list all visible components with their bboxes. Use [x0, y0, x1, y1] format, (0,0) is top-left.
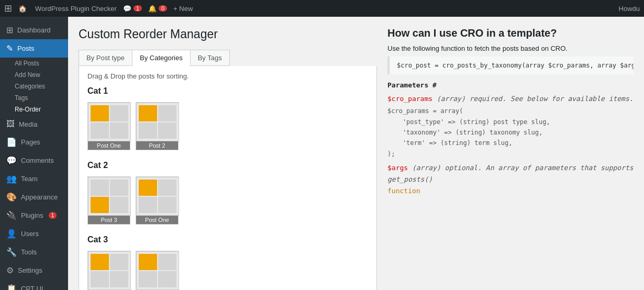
post-card[interactable]: Post 2: [136, 251, 179, 290]
param-args-desc: (array) optional. An array of parameters…: [387, 164, 634, 183]
drag-hint: Drag & Drop the posts for sorting.: [87, 72, 368, 80]
post-card[interactable]: Post 2: [136, 102, 179, 150]
code-block: $cro_post = cro_posts_by_taxonomy(array …: [387, 57, 634, 74]
media-icon: 🖼: [6, 119, 15, 129]
updates-link[interactable]: 🔔 0: [148, 5, 167, 13]
comments-icon: 💬: [6, 155, 17, 165]
appearance-icon: 🎨: [6, 192, 17, 202]
thumb-cell: [139, 197, 157, 213]
thumb-cell: [91, 254, 109, 270]
post-thumb: [88, 251, 131, 290]
post-thumb: [88, 103, 131, 141]
post-card[interactable]: Post 3: [87, 176, 130, 225]
thumb-cell: [91, 271, 109, 287]
settings-icon: ⚙: [6, 265, 14, 275]
thumb-cell: [139, 180, 157, 196]
sidebar-item-plugins[interactable]: 🔌 Plugins 1: [0, 206, 68, 225]
help-description: Use the following function to fetch the …: [387, 44, 634, 52]
params-title-label: Parameters #: [387, 81, 437, 89]
thumb-cell: [91, 105, 109, 121]
tab-by-tags[interactable]: By Tags: [190, 50, 230, 66]
page-layout: ⊞ Dashboard ✎ Posts All Posts Add New Ca…: [0, 17, 644, 290]
cat2-posts-row: Post 3 Post One: [87, 176, 368, 225]
comments-link[interactable]: 💬 1: [123, 5, 142, 13]
thumb-cell: [91, 180, 109, 196]
sidebar-sub-all-posts[interactable]: All Posts: [0, 58, 68, 69]
thumb-cell: [139, 271, 157, 287]
pages-icon: 📄: [6, 137, 17, 147]
cat1-posts-row: Post One Post 2: [87, 102, 368, 150]
sidebar-sub-add-new[interactable]: Add New: [0, 69, 68, 81]
post-card[interactable]: Post One: [136, 176, 179, 225]
dashboard-icon: ⊞: [6, 25, 13, 35]
content-box: Drag & Drop the posts for sorting. Cat 1: [79, 66, 377, 290]
sidebar-item-posts[interactable]: ✎ Posts: [0, 39, 68, 58]
cat3-posts-row: Post 3 Post 2: [87, 251, 368, 290]
sidebar-item-pages[interactable]: 📄 Pages: [0, 133, 68, 151]
post-thumb: [136, 103, 179, 141]
sidebar-item-media[interactable]: 🖼 Media: [0, 115, 68, 133]
sidebar-item-cpt-ui[interactable]: 📋 CPT UI: [0, 280, 68, 290]
param-code-block: $cro_params = array( 'post_type' => (str…: [387, 106, 634, 159]
thumb-cell: [91, 197, 109, 213]
sidebar-item-tools[interactable]: 🔧 Tools: [0, 243, 68, 261]
post-label: Post 2: [136, 141, 178, 150]
tab-by-categories[interactable]: By Categories: [132, 50, 190, 66]
thumb-cell: [139, 254, 157, 270]
user-greeting: Howdu: [619, 5, 640, 13]
post-thumb-wrapper: Post One: [87, 102, 130, 150]
sidebar-item-dashboard[interactable]: ⊞ Dashboard: [0, 21, 68, 39]
param-cro-params-desc: (array) required. See below for availabl…: [437, 95, 634, 103]
category-section-cat1: Cat 1 Post One: [87, 86, 368, 150]
cat1-title: Cat 1: [87, 86, 368, 96]
thumb-cell: [139, 122, 157, 139]
param-cro-params-name: $cro_params: [387, 95, 432, 103]
param-function-label: function: [387, 185, 634, 197]
sidebar-sub-categories[interactable]: Categories: [0, 81, 68, 92]
sidebar-sub-tags[interactable]: Tags: [0, 92, 68, 104]
thumb-cell: [158, 197, 176, 213]
sidebar-sub-reorder[interactable]: Re-Order: [0, 104, 68, 115]
sidebar-item-settings[interactable]: ⚙ Settings: [0, 261, 68, 280]
cat2-title: Cat 2: [87, 161, 368, 170]
team-icon: 👥: [6, 174, 17, 184]
category-section-cat2: Cat 2 Post 3: [87, 161, 368, 225]
post-thumb: [136, 177, 179, 216]
post-card[interactable]: Post One: [87, 102, 130, 150]
post-thumb-wrapper: Post 2: [136, 102, 179, 150]
post-label: Post One: [88, 141, 130, 150]
tools-icon: 🔧: [6, 247, 17, 257]
post-label: Post One: [136, 216, 178, 224]
param-section: Parameters # $cro_params (array) require…: [387, 80, 634, 197]
cat3-title: Cat 3: [87, 235, 368, 244]
post-label: Post 3: [88, 216, 130, 224]
thumb-cell: [110, 180, 128, 196]
site-name[interactable]: WordPress Plugin Checker: [35, 5, 117, 13]
post-thumb: [88, 177, 131, 216]
sidebar-item-comments[interactable]: 💬 Comments: [0, 151, 68, 170]
thumb-cell: [110, 271, 128, 287]
main-content: Custom Reorder Manager By Post type By C…: [68, 17, 644, 290]
plugins-badge: 1: [49, 212, 57, 219]
post-card[interactable]: Post 3: [87, 251, 130, 290]
sidebar-item-appearance[interactable]: 🎨 Appearance: [0, 188, 68, 206]
home-icon[interactable]: 🏠: [18, 5, 27, 13]
tab-by-post-type[interactable]: By Post type: [79, 50, 132, 66]
post-thumb: [136, 251, 179, 290]
sidebar-item-team[interactable]: 👥 Team: [0, 170, 68, 188]
thumb-cell: [110, 105, 128, 121]
sidebar-item-users[interactable]: 👤 Users: [0, 225, 68, 243]
right-panel: How can I use CRO in a template? Use the…: [387, 27, 634, 290]
wp-logo-icon[interactable]: ⊞: [4, 3, 12, 14]
post-thumb-wrapper: Post One: [136, 176, 179, 225]
category-section-cat3: Cat 3 Post 3: [87, 235, 368, 290]
thumb-cell: [158, 254, 176, 270]
thumb-cell: [110, 197, 128, 213]
thumb-cell: [110, 122, 128, 139]
new-content-link[interactable]: + New: [173, 5, 193, 13]
thumb-cell: [158, 271, 176, 287]
thumb-cell: [110, 254, 128, 270]
post-thumb-wrapper: Post 3: [87, 251, 130, 290]
sidebar: ⊞ Dashboard ✎ Posts All Posts Add New Ca…: [0, 17, 68, 290]
thumb-cell: [158, 122, 176, 139]
